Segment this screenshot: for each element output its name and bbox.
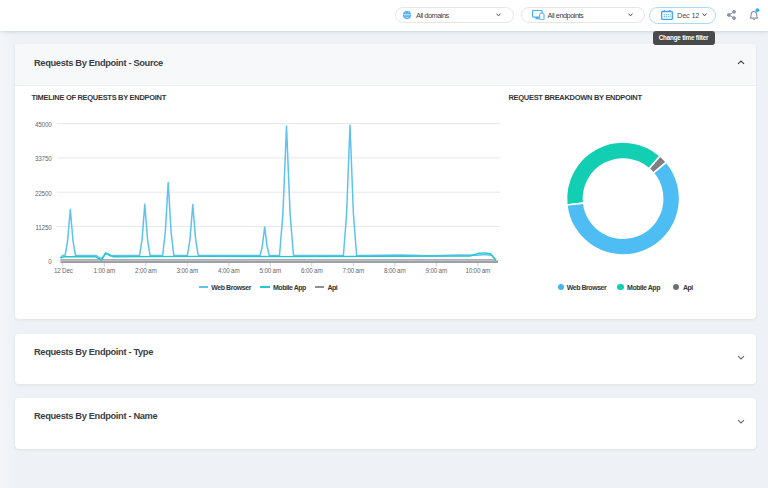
svg-text:45000: 45000: [35, 121, 52, 128]
svg-text:5:00 am: 5:00 am: [260, 267, 281, 274]
svg-text:33750: 33750: [35, 155, 52, 162]
svg-text:7:00 am: 7:00 am: [343, 267, 364, 274]
svg-text:3:00 am: 3:00 am: [177, 267, 198, 274]
svg-text:6:00 am: 6:00 am: [301, 267, 322, 274]
svg-text:1:00 am: 1:00 am: [94, 267, 115, 274]
svg-text:8:00 am: 8:00 am: [384, 267, 405, 274]
svg-text:10:00 am: 10:00 am: [465, 267, 490, 274]
svg-text:0: 0: [48, 258, 52, 265]
svg-text:2:00 am: 2:00 am: [135, 267, 156, 274]
svg-text:12 Dec: 12 Dec: [54, 267, 73, 274]
svg-text:4:00 am: 4:00 am: [218, 267, 239, 274]
svg-text:9:00 am: 9:00 am: [426, 267, 447, 274]
svg-text:11250: 11250: [35, 224, 52, 231]
svg-text:22500: 22500: [35, 190, 52, 197]
